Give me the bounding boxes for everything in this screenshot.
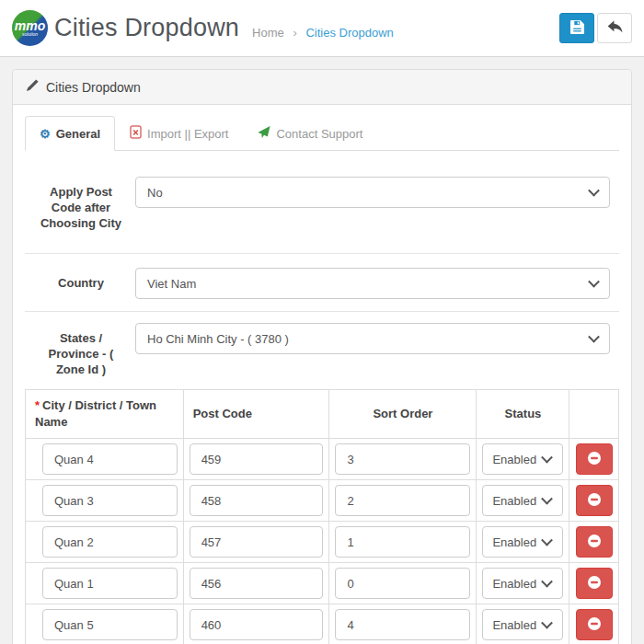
city-name-input[interactable] bbox=[42, 443, 178, 475]
remove-row-button[interactable] bbox=[576, 568, 613, 599]
reply-icon bbox=[607, 20, 623, 37]
city-table-row: Enabled bbox=[26, 604, 619, 644]
states-group: States / Province - ( Zone Id ) Ho Chi M… bbox=[25, 312, 619, 385]
apply-postcode-label: Apply Post Code after Choosing City bbox=[27, 177, 135, 231]
city-table: *City / District / Town Name Post Code S… bbox=[25, 389, 619, 644]
status-select[interactable]: Enabled bbox=[482, 568, 563, 599]
col-header-city-name: *City / District / Town Name bbox=[26, 390, 184, 439]
city-table-body: Enabled Enabled bbox=[26, 439, 619, 644]
tab-bar: ⚙ General Import || Export bbox=[25, 116, 619, 151]
gear-icon: ⚙ bbox=[40, 127, 51, 141]
minus-circle-icon bbox=[587, 616, 602, 634]
minus-circle-icon bbox=[587, 575, 602, 592]
status-select[interactable]: Enabled bbox=[482, 609, 563, 640]
status-select-wrap: Enabled bbox=[482, 526, 563, 558]
col-header-action bbox=[569, 390, 619, 439]
tab-content-general: Apply Post Code after Choosing City No C… bbox=[25, 151, 619, 644]
save-button[interactable] bbox=[559, 13, 594, 43]
required-asterisk: * bbox=[35, 398, 40, 412]
panel-heading-title: Cities Dropdown bbox=[46, 80, 141, 95]
tab-contact-support-label: Contact Support bbox=[276, 127, 362, 141]
sort-order-input[interactable] bbox=[335, 609, 470, 640]
remove-row-button[interactable] bbox=[576, 526, 613, 558]
country-label: Country bbox=[27, 268, 135, 299]
city-table-row: Enabled bbox=[26, 480, 619, 522]
logo-subtext: solution bbox=[22, 31, 38, 37]
city-name-input[interactable] bbox=[42, 526, 178, 558]
states-select-wrap: Ho Chi Minh City - ( 3780 ) bbox=[135, 323, 610, 354]
pencil-icon bbox=[26, 79, 39, 95]
post-code-input[interactable] bbox=[190, 443, 324, 475]
status-select-wrap: Enabled bbox=[482, 485, 563, 516]
top-header: mmo solution Cities Dropdown Home › Citi… bbox=[0, 0, 644, 57]
tab-contact-support[interactable]: Contact Support bbox=[243, 116, 377, 151]
sort-order-input[interactable] bbox=[335, 526, 470, 558]
city-name-input[interactable] bbox=[42, 485, 178, 516]
remove-row-button[interactable] bbox=[576, 443, 613, 475]
country-select[interactable]: Viet Nam bbox=[135, 268, 610, 299]
col-header-post-code: Post Code bbox=[183, 390, 329, 439]
post-code-input[interactable] bbox=[190, 526, 324, 558]
post-code-input[interactable] bbox=[190, 485, 324, 516]
post-code-input[interactable] bbox=[190, 568, 324, 599]
city-table-row: Enabled bbox=[26, 522, 619, 563]
logo-text: mmo bbox=[15, 20, 45, 31]
country-select-wrap: Viet Nam bbox=[135, 268, 610, 299]
breadcrumb-separator: › bbox=[293, 26, 296, 40]
tab-general[interactable]: ⚙ General bbox=[25, 116, 115, 151]
city-name-input[interactable] bbox=[42, 609, 178, 640]
col-header-sort-order: Sort Order bbox=[329, 390, 477, 439]
back-button[interactable] bbox=[597, 13, 632, 43]
states-label: States / Province - ( Zone Id ) bbox=[27, 323, 135, 377]
breadcrumb: Home › Cities Dropdown bbox=[252, 26, 394, 40]
city-table-row: Enabled bbox=[26, 563, 619, 604]
minus-circle-icon bbox=[587, 451, 602, 468]
minus-circle-icon bbox=[587, 534, 602, 551]
sort-order-input[interactable] bbox=[335, 485, 470, 516]
sort-order-input[interactable] bbox=[335, 443, 470, 475]
save-icon bbox=[570, 20, 584, 37]
apply-postcode-group: Apply Post Code after Choosing City No bbox=[25, 151, 619, 254]
breadcrumb-current-link[interactable]: Cities Dropdown bbox=[305, 26, 393, 40]
status-select-wrap: Enabled bbox=[482, 568, 563, 599]
apply-postcode-select-wrap: No bbox=[135, 177, 610, 208]
page-title: Cities Dropdown bbox=[54, 14, 239, 42]
tab-import-export-label: Import || Export bbox=[147, 127, 228, 141]
states-select[interactable]: Ho Chi Minh City - ( 3780 ) bbox=[135, 323, 610, 354]
apply-postcode-select[interactable]: No bbox=[135, 177, 610, 208]
status-select-wrap: Enabled bbox=[482, 443, 563, 475]
status-select[interactable]: Enabled bbox=[482, 485, 563, 516]
app-logo: mmo solution bbox=[12, 10, 48, 46]
header-actions bbox=[559, 13, 632, 43]
status-select[interactable]: Enabled bbox=[482, 526, 563, 558]
panel-body: ⚙ General Import || Export bbox=[13, 105, 631, 644]
tab-import-export[interactable]: Import || Export bbox=[115, 116, 243, 151]
breadcrumb-home-link[interactable]: Home bbox=[252, 26, 284, 40]
country-group: Country Viet Nam bbox=[25, 254, 619, 312]
city-table-header-row: *City / District / Town Name Post Code S… bbox=[26, 390, 619, 439]
excel-file-icon bbox=[130, 125, 142, 142]
remove-row-button[interactable] bbox=[576, 485, 613, 516]
sort-order-input[interactable] bbox=[335, 568, 470, 599]
paper-plane-icon bbox=[258, 126, 270, 141]
city-table-row: Enabled bbox=[26, 439, 619, 480]
page-container: Cities Dropdown ⚙ General Import || Exp bbox=[0, 57, 644, 644]
cities-panel: Cities Dropdown ⚙ General Import || Exp bbox=[12, 69, 632, 644]
city-name-input[interactable] bbox=[42, 568, 178, 599]
remove-row-button[interactable] bbox=[576, 609, 613, 640]
post-code-input[interactable] bbox=[190, 609, 324, 640]
col-header-status: Status bbox=[477, 390, 569, 439]
minus-circle-icon bbox=[587, 492, 602, 510]
panel-heading: Cities Dropdown bbox=[13, 70, 631, 105]
tab-general-label: General bbox=[56, 127, 100, 141]
status-select[interactable]: Enabled bbox=[482, 443, 563, 475]
status-select-wrap: Enabled bbox=[482, 609, 563, 640]
